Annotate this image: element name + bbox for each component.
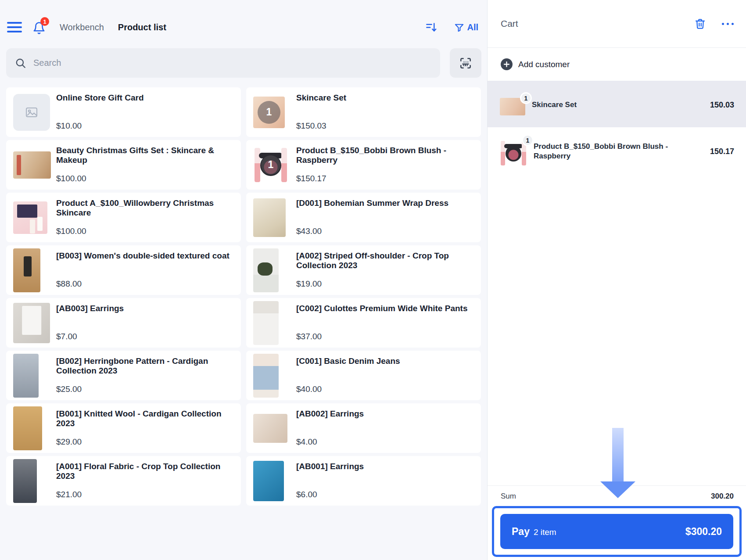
product-thumbnail-cardigan2 <box>13 354 39 398</box>
product-thumbnail-pants <box>253 301 279 345</box>
product-card[interactable]: [B002] Herringbone Pattern - Cardigan Co… <box>6 351 241 400</box>
product-price: $88.00 <box>56 279 231 289</box>
notifications-button[interactable]: 1 <box>32 20 48 35</box>
product-title: [AB001] Earrings <box>296 462 471 471</box>
product-title: Skincare Set <box>296 93 471 103</box>
cart-item-row[interactable]: 1Skincare Set150.03 <box>488 81 746 127</box>
clear-cart-button[interactable] <box>692 16 707 31</box>
product-card[interactable]: [A002] Striped Off-shoulder - Crop Top C… <box>246 245 481 295</box>
product-card-text: [C001] Basic Denim Jeans$40.00 <box>296 351 474 400</box>
add-customer-label: Add customer <box>518 60 570 69</box>
product-price: $7.00 <box>56 332 231 341</box>
breadcrumb-workbench[interactable]: Workbench <box>60 22 104 32</box>
product-card[interactable]: [B003] Women's double-sided textured coa… <box>6 245 241 295</box>
quantity-overlay: 1 <box>261 155 280 175</box>
notification-badge: 1 <box>40 17 49 26</box>
product-card-text: [D001] Bohemian Summer Wrap Dress$43.00 <box>296 193 474 242</box>
product-thumbnail-earrings3 <box>13 303 50 343</box>
product-card-text: [AB003] Earrings$7.00 <box>56 298 234 348</box>
pos-app: 1 Workbench Product list All <box>0 0 746 560</box>
search-row <box>0 48 487 78</box>
product-thumbnail-skincare: 1 <box>253 97 285 128</box>
pay-amount: $300.20 <box>685 526 722 538</box>
product-card[interactable]: [C002] Culottes Premium Wide White Pants… <box>246 298 481 348</box>
product-card[interactable]: [AB003] Earrings$7.00 <box>6 298 241 348</box>
product-card-text: Skincare Set$150.03 <box>296 87 474 137</box>
product-price: $150.03 <box>296 121 471 131</box>
highlight-box-annotation: Pay 2 item $300.20 <box>492 506 742 557</box>
product-card[interactable]: Online Store Gift Card$10.00 <box>6 87 241 137</box>
product-card[interactable]: Beauty Christmas Gifts Set : Skincare & … <box>6 140 241 190</box>
quantity-overlay: 1 <box>258 101 280 124</box>
product-card[interactable]: [B001] Knitted Wool - Cardigan Collectio… <box>6 403 241 453</box>
product-thumbnail-earrings2 <box>253 414 287 443</box>
cart-item-image: 1 <box>500 98 525 115</box>
image-placeholder-icon <box>25 106 38 119</box>
product-card-text: Product A_$100_Willowberry Christmas Ski… <box>56 193 234 242</box>
product-image <box>253 198 296 237</box>
product-title: [D001] Bohemian Summer Wrap Dress <box>296 198 471 208</box>
product-thumbnail-coat <box>13 248 40 292</box>
product-card[interactable]: [D001] Bohemian Summer Wrap Dress$43.00 <box>246 193 481 242</box>
product-image <box>253 414 296 443</box>
product-title: [B002] Herringbone Pattern - Cardigan Co… <box>56 356 231 376</box>
product-price: $25.00 <box>56 384 231 394</box>
sum-label: Sum <box>501 492 516 501</box>
hamburger-menu-icon[interactable] <box>7 22 22 32</box>
product-thumbnail-willowberry <box>13 201 47 234</box>
product-card-text: Beauty Christmas Gifts Set : Skincare & … <box>56 140 234 190</box>
cart-item-row[interactable]: 1Product B_$150_Bobbi Brown Blush - Rasp… <box>488 127 746 174</box>
cart-item-image: 1 <box>500 140 527 166</box>
search-input[interactable] <box>33 58 436 68</box>
product-image <box>253 301 296 345</box>
product-card-text: [B001] Knitted Wool - Cardigan Collectio… <box>56 403 234 453</box>
cart-item-title: Product B_$150_Bobbi Brown Blush - Raspb… <box>534 142 670 161</box>
product-card[interactable]: Product A_$100_Willowberry Christmas Ski… <box>6 193 241 242</box>
pay-button[interactable]: Pay 2 item $300.20 <box>500 514 733 549</box>
filter-button[interactable]: All <box>454 22 478 32</box>
more-options-button[interactable] <box>719 16 736 31</box>
product-image <box>13 406 56 450</box>
product-title: [AB002] Earrings <box>296 409 471 419</box>
product-card-text: [A002] Striped Off-shoulder - Crop Top C… <box>296 245 474 295</box>
product-image <box>13 354 56 398</box>
product-card-text: [AB001] Earrings$6.00 <box>296 456 474 506</box>
product-price: $150.17 <box>296 174 471 183</box>
product-title: [C002] Culottes Premium Wide White Pants <box>296 304 471 313</box>
product-card[interactable]: 1Product B_$150_Bobbi Brown Blush - Rasp… <box>246 140 481 190</box>
product-card-text: Online Store Gift Card$10.00 <box>56 87 234 137</box>
product-card-text: [AB002] Earrings$4.00 <box>296 403 474 453</box>
product-card[interactable]: [A001] Floral Fabric - Crop Top Collecti… <box>6 456 241 506</box>
product-price: $29.00 <box>56 437 231 447</box>
product-card[interactable]: [AB001] Earrings$6.00 <box>246 456 481 506</box>
product-thumbnail-cardigan1 <box>13 406 42 450</box>
product-thumbnail-gifts <box>13 151 51 179</box>
barcode-scan-button[interactable] <box>450 48 481 78</box>
cart-title: Cart <box>501 18 518 29</box>
sum-row: Sum 300.20 <box>488 485 746 505</box>
product-thumbnail-croptop2 <box>253 248 279 292</box>
cart-panel: Cart Add customer 1Skinc <box>487 0 746 560</box>
product-thumbnail-dress <box>253 198 286 237</box>
page-title: Product list <box>118 22 166 32</box>
cart-header: Cart <box>488 0 746 48</box>
product-panel: 1 Workbench Product list All <box>0 0 487 560</box>
product-thumbnail-blush: 1 <box>253 147 288 183</box>
search-bar[interactable] <box>6 48 440 78</box>
product-title: [A001] Floral Fabric - Crop Top Collecti… <box>56 462 231 481</box>
cart-item-price: 150.03 <box>710 101 734 110</box>
product-card[interactable]: [AB002] Earrings$4.00 <box>246 403 481 453</box>
cart-item-qty-badge: 1 <box>522 134 534 146</box>
sort-button[interactable] <box>424 21 438 34</box>
product-price: $100.00 <box>56 226 231 236</box>
product-card[interactable]: [C001] Basic Denim Jeans$40.00 <box>246 351 481 400</box>
cart-item-qty-badge: 1 <box>520 92 532 104</box>
cart-footer: Sum 300.20 Pay 2 item $300.20 <box>488 485 746 560</box>
product-card[interactable]: 1Skincare Set$150.03 <box>246 87 481 137</box>
product-price: $43.00 <box>296 226 471 236</box>
add-customer-button[interactable]: Add customer <box>488 48 746 81</box>
product-title: [C001] Basic Denim Jeans <box>296 356 471 366</box>
product-image: 1 <box>253 97 296 128</box>
product-grid: Online Store Gift Card$10.001Skincare Se… <box>6 87 481 506</box>
product-price: $40.00 <box>296 384 471 394</box>
